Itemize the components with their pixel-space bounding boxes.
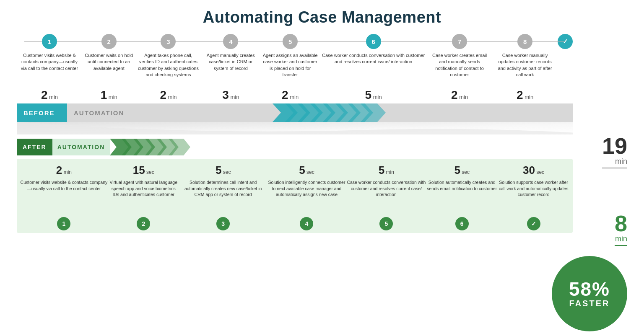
after-step-5: 5 min Case worker conducts conversation … — [346, 164, 426, 230]
before-time-2: 1 min — [101, 88, 117, 102]
after-desc-3: Solution determines call intent and auto… — [179, 179, 267, 213]
after-total-num: 8 — [615, 212, 627, 235]
left-content: 1 Customer visits website & contacts com… — [17, 34, 573, 331]
before-section: 1 Customer visits website & contacts com… — [17, 34, 573, 134]
before-step-6: 6 Case worker conducts conversation with… — [320, 34, 427, 102]
after-time-4: 5 sec — [299, 164, 314, 177]
before-step-4: 4 Agent manually creates case/ticket in … — [201, 34, 260, 102]
before-circle-5: 5 — [283, 34, 298, 49]
after-time-6a: 5 sec — [454, 164, 470, 177]
page-title: Automating Case Management — [17, 8, 627, 26]
after-total-unit: min — [615, 235, 627, 243]
before-step-8: 8 Case worker manually updates customer … — [492, 34, 558, 102]
after-time-6b: 30 sec — [523, 164, 544, 177]
before-chevrons — [273, 103, 390, 122]
after-circle-1: 1 — [57, 217, 70, 230]
after-desc-4: Solution intelligently connects customer… — [267, 179, 347, 213]
main-layout: 1 Customer visits website & contacts com… — [17, 34, 627, 331]
after-circle-check: ✓ — [527, 217, 540, 230]
after-step-4: 5 sec Solution intelligently connects cu… — [267, 164, 347, 230]
after-circle-2: 2 — [137, 217, 150, 230]
before-desc-1: Customer visits website & contacts compa… — [17, 52, 82, 86]
before-total-badge: 19 min — [602, 134, 627, 170]
before-time-4: 3 min — [222, 88, 239, 102]
before-time-8: 2 min — [517, 88, 533, 102]
before-circle-3: 3 — [161, 34, 176, 49]
after-chevrons — [110, 139, 194, 155]
after-header: AFTER AUTOMATION — [17, 139, 573, 155]
after-time-5: 5 min — [379, 164, 394, 177]
before-circle-6: 6 — [366, 34, 381, 49]
before-step-3: 3 Agent takes phone call, verifies ID an… — [136, 34, 201, 102]
after-desc-1: Customer visits website & contacts compa… — [20, 179, 108, 213]
after-desc-6b: Solution supports case worker after call… — [498, 179, 569, 213]
before-time-1: 2 min — [41, 88, 58, 102]
before-step-5: 5 Agent assigns an available case worker… — [260, 34, 320, 102]
right-content: 19 min 8 min 58% FASTER — [573, 34, 627, 331]
before-circle-2: 2 — [101, 34, 117, 49]
after-step-2: 15 sec Virtual agent with natural langua… — [108, 164, 179, 230]
faster-pct: 58% — [569, 279, 610, 299]
before-time-7: 2 min — [451, 88, 468, 102]
after-circle-5: 5 — [379, 217, 393, 230]
after-step-1: 2 min Customer visits website & contacts… — [20, 164, 108, 230]
after-step-6b: 30 sec Solution supports case worker aft… — [498, 164, 569, 230]
before-step-2: 2 Customer waits on hold until connected… — [82, 34, 136, 102]
before-circle-4: 4 — [223, 34, 238, 49]
before-desc-6: Case worker conducts conversation with c… — [320, 52, 427, 86]
before-total-num: 19 — [602, 134, 627, 157]
faster-circle: 58% FASTER — [552, 256, 627, 331]
after-steps-panel: 2 min Customer visits website & contacts… — [17, 159, 573, 233]
before-circle-1: 1 — [42, 34, 57, 49]
after-automation-text: AUTOMATION — [52, 139, 110, 155]
after-step-6a: 5 sec Solution automatically creates and… — [426, 164, 498, 230]
after-time-1: 2 min — [56, 164, 72, 177]
before-transition — [17, 122, 573, 134]
after-time-3: 5 sec — [216, 164, 231, 177]
before-desc-3: Agent takes phone call, verifies ID and … — [136, 52, 201, 86]
before-desc-7: Case worker creates email and manually s… — [427, 52, 492, 86]
page: Automating Case Management 1 Customer vi… — [0, 0, 644, 336]
before-step-1: 1 Customer visits website & contacts com… — [17, 34, 82, 102]
after-step-3: 5 sec Solution determines call intent an… — [179, 164, 267, 230]
after-desc-6a: Solution automatically creates and sends… — [426, 179, 498, 213]
before-step-7: 7 Case worker creates email and manually… — [427, 34, 492, 102]
before-bar: BEFORE AUTOMATION — [17, 103, 573, 122]
before-circle-7: 7 — [452, 34, 467, 49]
before-time-6: 5 min — [365, 88, 382, 102]
before-desc-2: Customer waits on hold until connected t… — [82, 52, 136, 86]
after-circle-6a: 6 — [455, 217, 469, 230]
after-time-2: 15 sec — [133, 164, 154, 177]
before-circle-8: 8 — [517, 34, 532, 49]
before-time-5: 2 min — [282, 88, 299, 102]
before-desc-5: Agent assigns an available case worker a… — [260, 52, 320, 86]
before-total-unit: min — [602, 157, 627, 166]
after-circle-4: 4 — [300, 217, 313, 230]
after-circle-3: 3 — [216, 217, 230, 230]
before-desc-4: Agent manually creates case/ticket in CR… — [201, 52, 260, 86]
before-desc-8: Case worker manually updates customer re… — [492, 52, 558, 86]
faster-text: FASTER — [569, 299, 610, 308]
after-label: AFTER — [17, 139, 52, 155]
before-label: BEFORE — [17, 103, 67, 122]
before-time-3: 2 min — [160, 88, 177, 102]
faster-badge-container: 58% FASTER — [552, 256, 627, 331]
after-desc-5: Case worker conducts conversation with c… — [346, 179, 426, 213]
after-section: AFTER AUTOMATION — [17, 139, 573, 233]
after-desc-2: Virtual agent with natural language spee… — [108, 179, 179, 213]
after-total-badge: 8 min — [615, 212, 627, 248]
